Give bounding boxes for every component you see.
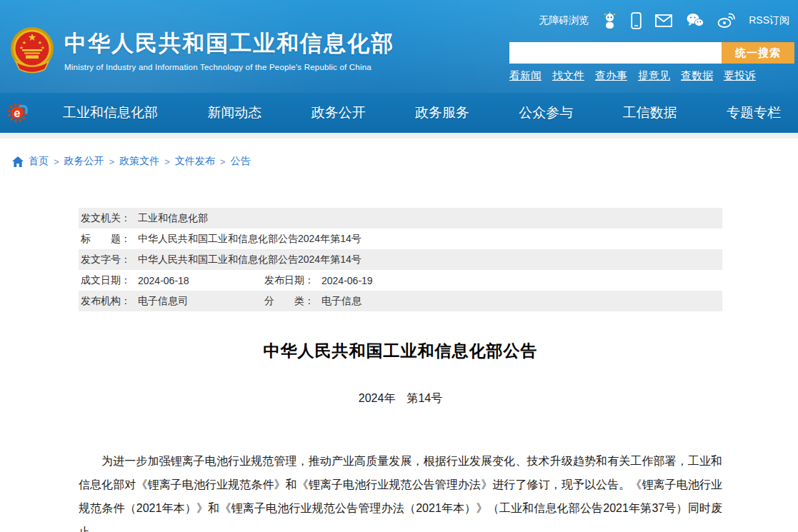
quick-link-complaint[interactable]: 要投诉 (724, 69, 756, 83)
utility-bar: 无障碍浏览 (539, 11, 789, 29)
svg-text:★: ★ (41, 45, 45, 50)
breadcrumb-separator: > (220, 156, 226, 167)
wechat-icon[interactable] (686, 13, 704, 28)
meta-label: 标 题： (81, 233, 131, 246)
svg-text:★: ★ (38, 40, 42, 45)
search-button[interactable]: 统一搜索 (722, 42, 794, 64)
meta-value: 2024-06-18 (138, 275, 189, 286)
quick-link-feedback[interactable]: 提意见 (638, 69, 670, 83)
site-logo[interactable]: ★ ★ ★ ★ ★ 中华人民共和国工业和信息化部 Ministry of Ind… (10, 26, 394, 74)
breadcrumb-separator: > (54, 156, 59, 167)
breadcrumb-announcement: 公告 (230, 155, 250, 168)
search-input[interactable] (509, 42, 722, 64)
site-title: 中华人民共和国工业和信息化部 (64, 29, 394, 59)
search-bar: 统一搜索 (509, 42, 794, 64)
svg-text:★: ★ (19, 45, 24, 50)
breadcrumb-separator: > (109, 156, 115, 167)
miit-e-logo-icon: e (6, 99, 31, 126)
nav-item-miit[interactable]: 工业和信息化部 (63, 104, 158, 122)
breadcrumb-file-release[interactable]: 文件发布 (175, 155, 215, 168)
meta-row-doc-number: 发文字号： 中华人民共和国工业和信息化部公告2024年第14号 (79, 249, 722, 270)
national-emblem-icon: ★ ★ ★ ★ ★ (10, 26, 54, 74)
document-area: 发文机关： 工业和信息化部 标 题： 中华人民共和国工业和信息化部公告2024年… (79, 208, 722, 532)
meta-label: 发文字号： (81, 254, 131, 266)
meta-row-dates: 成文日期： 2024-06-18 发布日期： 2024-06-19 (79, 270, 722, 291)
nav-item-gov-disclosure[interactable]: 政务公开 (311, 104, 366, 122)
nav-item-participation[interactable]: 公众参与 (519, 104, 573, 122)
site-header: 无障碍浏览 (0, 0, 798, 93)
meta-row-publisher-category: 发布机构： 电子信息司 分 类： 电子信息 (79, 291, 722, 311)
breadcrumb-policy-files[interactable]: 政策文件 (119, 155, 159, 168)
document-meta-table: 发文机关： 工业和信息化部 标 题： 中华人民共和国工业和信息化部公告2024年… (79, 208, 722, 311)
mail-icon[interactable] (655, 14, 672, 27)
nav-bottom-strip (0, 133, 798, 139)
meta-label: 发布日期： (264, 274, 314, 287)
nav-item-news[interactable]: 新闻动态 (207, 104, 261, 122)
meta-row-issuing-authority: 发文机关： 工业和信息化部 (79, 208, 722, 229)
site-subtitle: Ministry of Industry and Information Tec… (64, 63, 394, 71)
quick-link-services[interactable]: 查办事 (595, 69, 627, 83)
meta-value: 2024-06-19 (321, 275, 373, 286)
accessibility-link[interactable]: 无障碍浏览 (539, 14, 589, 27)
meta-value: 中华人民共和国工业和信息化部公告2024年第14号 (138, 254, 361, 266)
rss-link[interactable]: RSS订阅 (749, 14, 789, 27)
meta-label: 成文日期： (81, 274, 131, 287)
breadcrumb-gov-disclosure[interactable]: 政务公开 (64, 155, 104, 168)
document-number: 2024年 第14号 (79, 392, 722, 405)
weibo-icon[interactable] (717, 13, 735, 28)
quick-links: 看新闻 找文件 查办事 提意见 查数据 要投诉 (509, 69, 756, 83)
meta-label: 分 类： (264, 295, 314, 308)
nav-item-gov-services[interactable]: 政务服务 (415, 104, 469, 122)
meta-value: 工业和信息化部 (138, 212, 208, 225)
meta-label: 发布机构： (81, 295, 131, 308)
svg-text:★: ★ (28, 31, 37, 43)
meta-value: 电子信息司 (138, 295, 188, 308)
home-icon (12, 156, 24, 167)
quick-link-data[interactable]: 查数据 (681, 69, 713, 83)
nav-item-topics[interactable]: 专题专栏 (727, 104, 781, 122)
svg-text:★: ★ (22, 40, 26, 45)
meta-value: 中华人民共和国工业和信息化部公告2024年第14号 (138, 233, 361, 246)
nav-item-data[interactable]: 工信数据 (623, 104, 677, 122)
robot-mascot-icon[interactable] (602, 11, 617, 29)
breadcrumb-home[interactable]: 首页 (29, 155, 49, 168)
quick-link-news[interactable]: 看新闻 (509, 69, 542, 83)
main-nav: e 工业和信息化部 新闻动态 政务公开 政务服务 公众参与 工信数据 专题专栏 (0, 93, 798, 133)
mobile-icon[interactable] (631, 12, 642, 29)
breadcrumb-separator: > (164, 156, 170, 167)
svg-text:e: e (14, 107, 21, 119)
meta-row-title: 标 题： 中华人民共和国工业和信息化部公告2024年第14号 (79, 229, 722, 249)
document-body-paragraph: 为进一步加强锂离子电池行业规范管理，推动产业高质量发展，根据行业发展变化、技术升… (79, 449, 722, 532)
document-title: 中华人民共和国工业和信息化部公告 (79, 341, 722, 361)
meta-label: 发文机关： (81, 212, 131, 225)
quick-link-files[interactable]: 找文件 (552, 69, 584, 83)
meta-value: 电子信息 (321, 295, 361, 308)
breadcrumb: 首页 > 政务公开 > 政策文件 > 文件发布 > 公告 (12, 155, 250, 168)
